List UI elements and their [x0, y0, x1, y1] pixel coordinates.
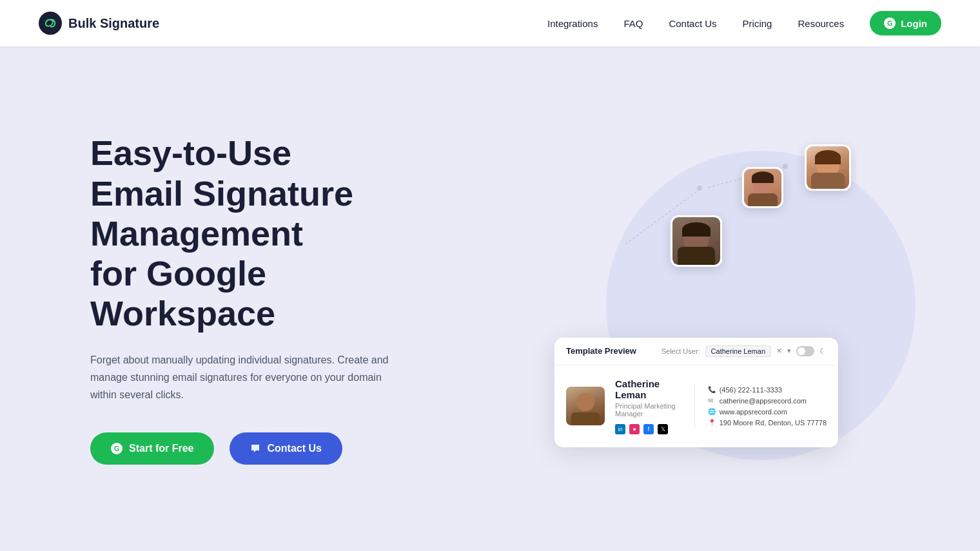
- chat-icon: [250, 443, 260, 454]
- website-value: www.appsrecord.com: [720, 408, 787, 416]
- facebook-icon: f: [643, 424, 654, 434]
- card-header: Template Preview Select User: Catherine …: [554, 338, 838, 365]
- phone-icon: 📞: [708, 386, 716, 393]
- select-user-label: Select User:: [662, 347, 700, 355]
- hero-description: Forget about manually updating individua…: [90, 351, 400, 404]
- logo-area[interactable]: Bulk Signature: [39, 12, 159, 35]
- website-row: 🌐 www.appsrecord.com: [708, 408, 827, 416]
- user-name: Catherine Leman: [615, 378, 681, 400]
- preview-card: Template Preview Select User: Catherine …: [554, 338, 838, 447]
- contact-us-button[interactable]: Contact Us: [230, 432, 342, 465]
- address-row: 📍 190 Moore Rd, Denton, US 77778: [708, 419, 827, 427]
- dark-mode-icon: ☾: [819, 347, 827, 356]
- floating-avatar-1: [805, 144, 851, 191]
- start-free-button[interactable]: G Start for Free: [90, 432, 214, 465]
- email-value: catherine@appsrecord.com: [720, 397, 807, 405]
- contact-us-label: Contact Us: [267, 443, 321, 454]
- email-row: ✉ catherine@appsrecord.com: [708, 397, 827, 405]
- logo-icon: [39, 12, 62, 35]
- floating-avatar-2: [742, 167, 783, 208]
- user-job-title: Principal Marketing Manager: [615, 402, 681, 418]
- card-header-right: Select User: Catherine Leman ✕ ▾ ☾: [662, 345, 827, 357]
- svg-point-0: [39, 12, 62, 35]
- linkedin-icon: in: [615, 424, 625, 434]
- website-icon: 🌐: [708, 408, 716, 415]
- social-icons: in ● f 𝕏: [615, 424, 681, 434]
- user-avatar: [566, 387, 605, 425]
- phone-value: (456) 222-111-3333: [720, 386, 782, 394]
- login-button[interactable]: G Login: [870, 11, 941, 35]
- phone-row: 📞 (456) 222-111-3333: [708, 386, 827, 394]
- brand-name: Bulk Signature: [68, 16, 159, 31]
- nav-pricing[interactable]: Pricing: [743, 18, 772, 29]
- nav-faq[interactable]: FAQ: [623, 18, 643, 29]
- card-body: Catherine Leman Principal Marketing Mana…: [554, 365, 838, 447]
- chevron-down-icon[interactable]: ▾: [787, 347, 791, 355]
- user-info: Catherine Leman Principal Marketing Mana…: [615, 378, 681, 434]
- nav-integrations[interactable]: Integrations: [547, 18, 598, 29]
- nav-resources[interactable]: Resources: [798, 18, 844, 29]
- hero-title: Easy-to-Use Email Signature Management f…: [90, 133, 451, 333]
- hero-section: Easy-to-Use Email Signature Management f…: [0, 46, 980, 551]
- location-icon: 📍: [708, 419, 716, 426]
- login-label: Login: [901, 18, 927, 29]
- google-g-icon: G: [884, 17, 896, 29]
- address-value: 190 Moore Rd, Denton, US 77778: [720, 419, 827, 427]
- start-free-label: Start for Free: [129, 443, 193, 454]
- vertical-divider: [694, 383, 695, 429]
- floating-avatar-3: [671, 215, 722, 267]
- google-g-icon-primary: G: [111, 443, 122, 454]
- template-preview-label: Template Preview: [566, 346, 636, 356]
- hero-buttons: G Start for Free Contact Us: [90, 432, 451, 465]
- contact-info: 📞 (456) 222-111-3333 ✉ catherine@appsrec…: [708, 386, 827, 427]
- instagram-icon: ●: [629, 424, 640, 434]
- nav-links: Integrations FAQ Contact Us Pricing Reso…: [547, 11, 941, 35]
- hero-left: Easy-to-Use Email Signature Management f…: [90, 133, 451, 464]
- nav-contact[interactable]: Contact Us: [669, 18, 716, 29]
- select-user-value[interactable]: Catherine Leman: [705, 345, 771, 357]
- twitter-x-icon: 𝕏: [658, 424, 668, 434]
- hero-visual: Template Preview Select User: Catherine …: [542, 131, 903, 467]
- navbar: Bulk Signature Integrations FAQ Contact …: [0, 0, 980, 46]
- clear-user-button[interactable]: ✕: [776, 347, 782, 355]
- toggle-switch[interactable]: [796, 346, 814, 356]
- email-icon: ✉: [708, 397, 716, 404]
